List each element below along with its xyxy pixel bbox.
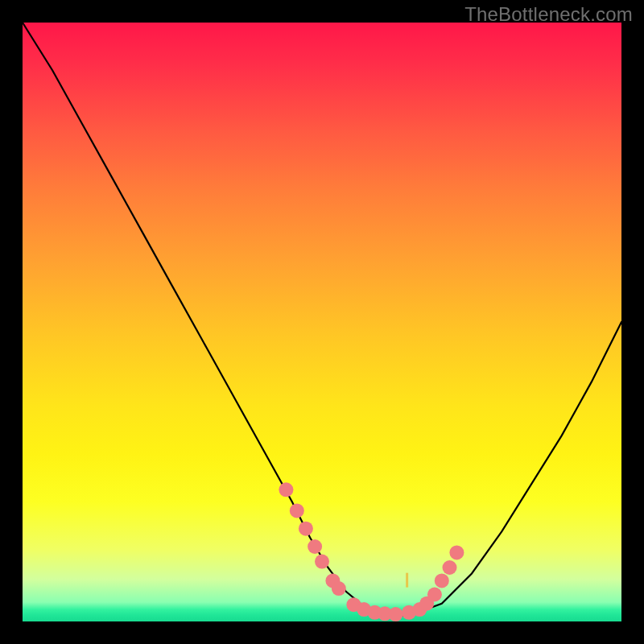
highlight-dot xyxy=(299,522,313,536)
highlight-dot xyxy=(389,607,403,621)
highlight-dot xyxy=(308,539,322,554)
highlight-dot xyxy=(435,573,449,588)
highlight-dot xyxy=(290,503,304,518)
bottleneck-curve xyxy=(23,23,621,616)
chart-svg xyxy=(23,23,621,621)
chart-frame: TheBottleneck.com xyxy=(0,0,644,644)
highlight-dot xyxy=(332,581,346,596)
highlight-dot xyxy=(427,588,442,602)
highlight-dot xyxy=(449,545,464,559)
plot-area xyxy=(23,23,621,621)
highlight-dot xyxy=(315,555,329,569)
highlight-dots xyxy=(279,482,464,621)
highlight-dot xyxy=(279,482,293,497)
watermark-text: TheBottleneck.com xyxy=(464,3,633,26)
highlight-dot xyxy=(443,560,457,575)
